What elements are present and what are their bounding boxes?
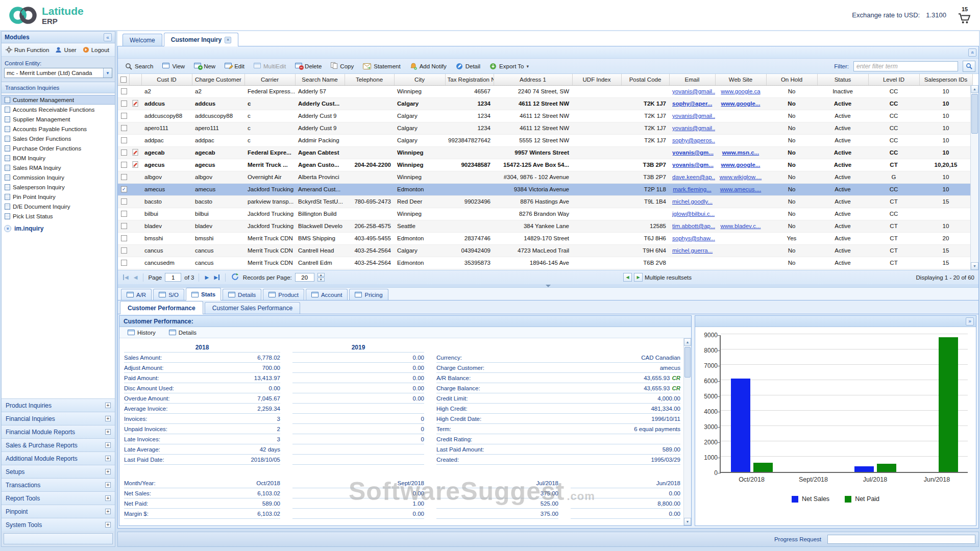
table-row[interactable]: bladevbladevJackford TruckingBlackwell D… <box>118 220 972 232</box>
table-row[interactable]: addcuscopy88addcuscopy88cAdderly Cust 9C… <box>118 110 972 122</box>
column-header-on-hold[interactable]: On Hold <box>766 74 817 85</box>
spinner-up-icon[interactable]: ▲ <box>317 273 325 277</box>
website-link[interactable]: www.wikiglow.... <box>720 174 762 180</box>
sidebar-section-setups[interactable]: Setups+ <box>2 465 115 478</box>
column-header-address-1[interactable]: Address 1 <box>494 74 572 85</box>
table-row[interactable]: bmsshibmsshiMerrit Truck CDNBMS Shipping… <box>118 232 972 244</box>
expand-icon[interactable]: + <box>105 403 111 408</box>
expand-icon[interactable]: + <box>105 416 111 421</box>
column-header-search-name[interactable]: Search Name <box>295 74 345 85</box>
column-header-city[interactable]: City <box>394 74 445 85</box>
table-row[interactable]: addpacaddpaccAddmir PackingCalgary992384… <box>118 134 972 146</box>
view-button[interactable]: View <box>158 61 189 71</box>
table-row[interactable]: agecabagecabFederal Expre...Agean Cabtes… <box>118 146 972 159</box>
sidebar-item-pin-point-inquiry[interactable]: Pin Point Inquiry <box>2 192 115 202</box>
row-checkbox[interactable] <box>121 223 127 229</box>
column-header-telephone[interactable]: Telephone <box>345 74 394 85</box>
sidebar-section-product-inquiries[interactable]: Product Inquiries+ <box>2 398 115 412</box>
first-page-button[interactable]: ◀ <box>122 274 130 280</box>
scroll-down-icon[interactable]: ▼ <box>971 262 978 270</box>
row-checkbox[interactable] <box>121 198 127 205</box>
website-link[interactable]: www.amecus.... <box>720 186 762 192</box>
refresh-button[interactable] <box>230 273 240 282</box>
next-resultset-button[interactable]: ▶ <box>634 273 643 282</box>
sidebar-item-pick-list-status[interactable]: Pick List Status <box>2 211 115 221</box>
website-link[interactable]: www.google.ca <box>721 88 760 94</box>
sidebar-item-commission-inquiry[interactable]: Commission Inquiry <box>2 172 115 182</box>
sidebar-section-financial-module-reports[interactable]: Financial Module Reports+ <box>2 425 115 438</box>
edit-button[interactable]: Edit <box>220 61 249 71</box>
email-link[interactable]: yovanis@gmail... <box>672 88 715 94</box>
tab-a-r[interactable]: A/R <box>121 289 152 300</box>
sidebar-item-im-inquiry[interactable]: « im.inquiry <box>2 223 115 234</box>
row-checkbox[interactable] <box>121 174 127 180</box>
delete-button[interactable]: −Delete <box>291 61 326 71</box>
column-header-charge-customer[interactable]: Charge Customer <box>192 74 244 85</box>
table-row[interactable]: cancuscancusMerrit Truck CDNCantrell Hea… <box>118 244 972 257</box>
sidebar-section-report-tools[interactable]: Report Tools+ <box>2 491 115 505</box>
table-row[interactable]: apero111apero111cAdderly Cust 9Calgary12… <box>118 122 972 134</box>
sidebar-item-accounts-payable-functions[interactable]: Accounts Payable Functions <box>2 124 115 134</box>
search-button[interactable]: Search <box>121 61 157 71</box>
column-header-status[interactable]: Status <box>817 74 868 85</box>
chart-collapse-icon[interactable]: » <box>966 317 974 325</box>
table-row[interactable]: bacstobacstoparkview transp...BckyrdSt T… <box>118 195 972 208</box>
email-link[interactable]: yovanis@gm... <box>672 149 714 156</box>
email-link[interactable]: michel.guerra... <box>672 247 713 254</box>
sidebar-item-d-e-document-inquiry[interactable]: D/E Document Inquiry <box>2 202 115 211</box>
column-header-postal-code[interactable]: Postal Code <box>621 74 669 85</box>
tab-customer-performance[interactable]: Customer Performance <box>120 301 203 314</box>
last-page-button[interactable]: ▶ <box>213 274 220 280</box>
expand-icon[interactable]: + <box>105 456 111 461</box>
tab-s-o[interactable]: S/O <box>153 289 184 300</box>
performance-scrollbar[interactable]: ▲ ▼ <box>683 338 691 525</box>
row-checkbox[interactable] <box>121 149 127 156</box>
sidebar-section-additional-module-reports[interactable]: Additional Module Reports+ <box>2 452 115 465</box>
email-link[interactable]: sophy@aperos... <box>672 137 715 143</box>
sidebar-item-accounts-receivable-functions[interactable]: Accounts Receivable Functions <box>2 105 115 114</box>
email-link[interactable]: sophy@aper... <box>672 101 712 107</box>
website-link[interactable]: www.google... <box>721 162 761 168</box>
details-button[interactable]: Details <box>166 329 200 336</box>
sidebar-item-supplier-management[interactable]: Supplier Management <box>2 114 115 124</box>
run-function-button[interactable]: Run Function <box>3 45 52 54</box>
row-checkbox[interactable] <box>121 260 127 266</box>
column-header-carrier[interactable]: Carrier <box>244 74 295 85</box>
table-row[interactable]: albgovalbgovOvernight AirAlberta Provinc… <box>118 171 972 183</box>
scroll-up-icon[interactable]: ▲ <box>684 338 691 346</box>
tab-stats[interactable]: Stats <box>186 288 221 300</box>
new-button[interactable]: +New <box>190 61 219 71</box>
email-link[interactable]: dave.keen@ap... <box>672 174 715 180</box>
tab-customer-inquiry[interactable]: Customer Inquiry× <box>164 33 238 46</box>
grid-scrollbar[interactable]: ▲ ▼ <box>970 85 978 270</box>
row-checkbox[interactable] <box>121 101 127 107</box>
email-link[interactable]: yovanis@gmail... <box>672 113 715 119</box>
column-header-tax-registration-n[interactable]: Tax Registration N <box>445 74 494 85</box>
filter-input[interactable] <box>853 61 958 71</box>
scroll-down-icon[interactable]: ▼ <box>684 518 691 525</box>
scrollbar-thumb[interactable] <box>684 347 691 378</box>
column-header-cust-id[interactable]: Cust ID <box>141 74 192 85</box>
statement-button[interactable]: Statement <box>359 62 404 71</box>
page-number-input[interactable] <box>165 273 181 282</box>
table-row[interactable]: cancusedmcancusMerrit Truck CDNCantrell … <box>118 257 972 269</box>
row-checkbox[interactable] <box>121 162 127 168</box>
control-entity-select[interactable]: mc - Merrit Lumber (Ltd) Canada ▼ <box>4 68 112 78</box>
table-row[interactable]: a2a2Federal Express...Adderly 57Winnipeg… <box>118 85 972 97</box>
tab-account[interactable]: Account <box>306 289 348 300</box>
next-page-button[interactable]: ▶ <box>204 274 210 280</box>
tab-welcome[interactable]: Welcome <box>122 34 162 46</box>
expand-icon[interactable]: + <box>105 469 111 474</box>
expand-icon[interactable]: + <box>105 442 111 448</box>
email-link[interactable]: yovanis@gm... <box>672 162 714 168</box>
expand-icon[interactable]: + <box>105 429 111 435</box>
expand-icon[interactable]: + <box>105 482 111 488</box>
tab-details[interactable]: Details <box>223 289 261 300</box>
add-notify-button[interactable]: Add Notify <box>406 61 451 71</box>
row-checkbox[interactable] <box>121 211 127 217</box>
sidebar-section-sales-purchase-reports[interactable]: Sales & Purchase Reports+ <box>2 438 115 452</box>
sidebar-section-transactions[interactable]: Transactions+ <box>2 478 115 491</box>
transaction-inquiries-header[interactable]: Transaction Inquiries <box>2 82 115 93</box>
column-header-udf-index[interactable]: UDF Index <box>572 74 621 85</box>
table-row[interactable]: amecusamecusJackford TruckingAmerand Cus… <box>118 183 972 195</box>
